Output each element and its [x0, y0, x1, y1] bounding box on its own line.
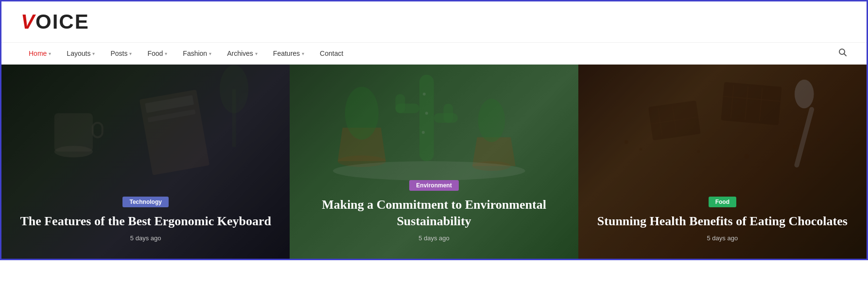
card-date-technology: 5 days ago	[130, 234, 161, 242]
chevron-down-icon: ▾	[49, 51, 51, 56]
nav-item-layouts[interactable]: Layouts ▾	[59, 43, 103, 64]
nav-links: Home ▾ Layouts ▾ Posts ▾ Food ▾ Fashion	[21, 43, 351, 64]
chevron-down-icon: ▾	[255, 51, 258, 56]
card-content-environment: Environment Making a Commitment to Envir…	[290, 65, 578, 259]
badge-food[interactable]: Food	[709, 197, 736, 207]
badge-environment[interactable]: Environment	[409, 180, 458, 191]
nav-link-archives[interactable]: Archives ▾	[219, 43, 265, 64]
nav-item-home[interactable]: Home ▾	[21, 43, 59, 64]
chevron-down-icon: ▾	[129, 51, 132, 56]
nav-item-food[interactable]: Food ▾	[139, 43, 175, 64]
site-logo[interactable]: VOICE	[21, 10, 89, 33]
hero-card-food[interactable]: Food Stunning Health Benefits of Eating …	[578, 65, 867, 259]
hero-grid: Technology The Features of the Best Ergo…	[1, 65, 867, 259]
card-content-food: Food Stunning Health Benefits of Eating …	[578, 65, 867, 259]
site-header: VOICE	[1, 1, 867, 42]
logo-v: V	[21, 10, 35, 33]
card-title-environment[interactable]: Making a Commitment to Environmental Sus…	[304, 197, 563, 230]
search-icon[interactable]	[838, 48, 847, 59]
nav-item-archives[interactable]: Archives ▾	[219, 43, 265, 64]
nav-link-food[interactable]: Food ▾	[139, 43, 175, 64]
chevron-down-icon: ▾	[165, 51, 167, 56]
nav-item-posts[interactable]: Posts ▾	[103, 43, 139, 64]
chevron-down-icon: ▾	[92, 51, 95, 56]
nav-link-posts[interactable]: Posts ▾	[103, 43, 139, 64]
hero-card-environment[interactable]: Environment Making a Commitment to Envir…	[290, 65, 578, 259]
nav-item-contact[interactable]: Contact	[312, 43, 351, 64]
hero-card-technology[interactable]: Technology The Features of the Best Ergo…	[1, 65, 290, 259]
nav-link-features[interactable]: Features ▾	[265, 43, 312, 64]
nav-item-features[interactable]: Features ▾	[265, 43, 312, 64]
nav-link-layouts[interactable]: Layouts ▾	[59, 43, 103, 64]
badge-technology[interactable]: Technology	[122, 197, 168, 207]
card-date-food: 5 days ago	[707, 234, 738, 242]
nav-link-fashion[interactable]: Fashion ▾	[175, 43, 219, 64]
svg-line-1	[844, 53, 847, 56]
nav-item-fashion[interactable]: Fashion ▾	[175, 43, 219, 64]
nav-link-home[interactable]: Home ▾	[21, 43, 59, 64]
card-date-environment: 5 days ago	[418, 234, 450, 242]
card-title-food[interactable]: Stunning Health Benefits of Eating Choco…	[597, 213, 848, 230]
chevron-down-icon: ▾	[209, 51, 211, 56]
main-nav: Home ▾ Layouts ▾ Posts ▾ Food ▾ Fashion	[1, 42, 867, 65]
logo-text: OICE	[35, 10, 89, 33]
nav-link-contact[interactable]: Contact	[312, 43, 351, 64]
card-content-technology: Technology The Features of the Best Ergo…	[1, 65, 290, 259]
card-title-technology[interactable]: The Features of the Best Ergonomic Keybo…	[20, 213, 271, 230]
chevron-down-icon: ▾	[302, 51, 304, 56]
